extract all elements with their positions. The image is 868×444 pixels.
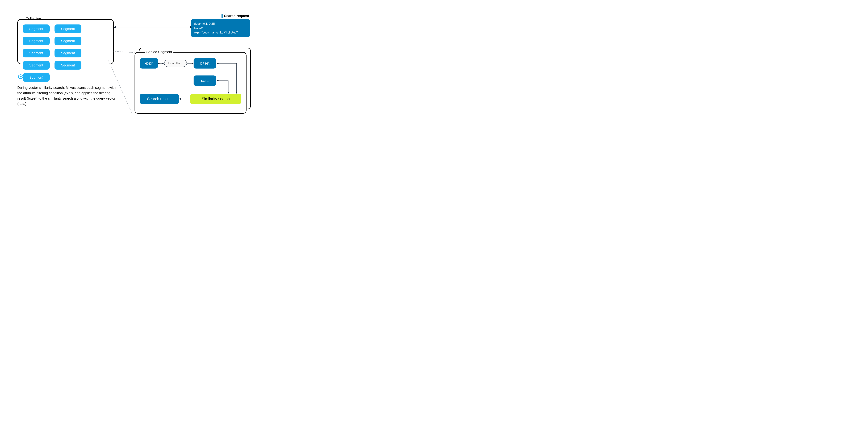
- request-line-expr: expr="book_name like \"hello%\"": [194, 30, 247, 35]
- segment-pill: Segment: [23, 61, 50, 70]
- sealed-segment-label: Sealed Segment: [145, 50, 174, 54]
- search-request-box: data=[[0.1, 0.2]] limit=2 expr="book_nam…: [191, 19, 250, 37]
- segment-pill: Segment: [23, 25, 50, 33]
- milvus-logo: milvus: [18, 74, 43, 80]
- segment-pill: Segment: [55, 25, 82, 33]
- search-request-label: Search request: [221, 14, 249, 18]
- collection-box: Segment Segment Segment Segment Segment …: [18, 19, 114, 64]
- milvus-logo-icon: [18, 74, 25, 80]
- description-text: During vector similarity search, Milvus …: [18, 85, 116, 106]
- request-line-data: data=[[0.1, 0.2]]: [194, 22, 247, 26]
- segment-pill: Segment: [23, 37, 50, 45]
- segment-pill: Segment: [55, 61, 82, 70]
- svg-point-12: [20, 76, 22, 77]
- arrow-request-to-collection: [114, 27, 191, 27]
- indexfunc-node: IndexFunc: [164, 60, 187, 67]
- milvus-logo-text: milvus: [27, 74, 43, 80]
- bitset-node: bitset: [193, 58, 216, 68]
- request-line-limit: limit=2: [194, 26, 247, 31]
- segment-pill: Segment: [55, 37, 82, 45]
- segment-pill: Segment: [23, 49, 50, 57]
- search-results-node: Search results: [140, 94, 179, 104]
- data-node: data: [193, 75, 216, 86]
- expr-node: expr: [140, 58, 158, 68]
- segment-pill: Segment: [55, 49, 82, 57]
- similarity-search-node: Similarity search: [190, 94, 241, 104]
